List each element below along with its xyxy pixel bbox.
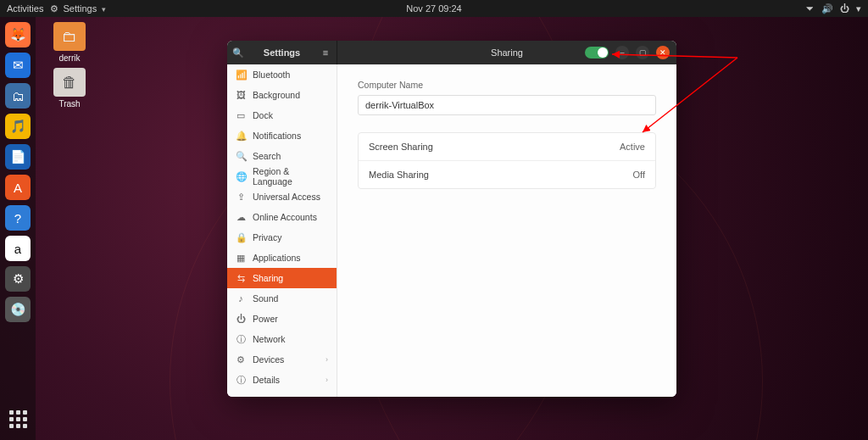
sharing-options-list: Screen SharingActiveMedia SharingOff (358, 132, 656, 189)
sidebar-item-sound[interactable]: ♪Sound (227, 288, 337, 309)
trash-icon: 🗑 (53, 68, 86, 97)
system-menu-chevron-icon[interactable]: ▾ (856, 3, 861, 14)
sidebar-item-label: Power (253, 314, 278, 324)
sound-icon: ♪ (236, 293, 246, 304)
sidebar-item-label: Privacy (253, 232, 281, 242)
sidebar-item-label: Region & Language (253, 166, 328, 187)
hamburger-icon: ≡ (323, 47, 328, 58)
sharing-row-media-sharing[interactable]: Media SharingOff (359, 160, 655, 188)
launcher-dock: 🦊 ✉ 🗂 🎵 📄 A ? a ⚙ 💿 (0, 17, 36, 440)
sidebar-item-label: Sharing (253, 273, 283, 283)
clock[interactable]: Nov 27 09:24 (406, 3, 461, 14)
sidebar-item-universal-access[interactable]: ⇪Universal Access (227, 187, 337, 207)
dock-disc-icon[interactable]: 💿 (5, 297, 31, 322)
sidebar-item-power[interactable]: ⏻Power (227, 309, 337, 329)
computer-name-label: Computer Name (358, 80, 656, 90)
privacy-icon: 🔒 (236, 232, 246, 243)
dock-rhythmbox-icon[interactable]: 🎵 (5, 114, 31, 139)
page-title: Sharing (491, 47, 523, 58)
sidebar-item-online-accounts[interactable]: ☁Online Accounts (227, 207, 337, 227)
desktop-home-label: derrik (44, 53, 95, 63)
sidebar-title: Settings (249, 47, 314, 58)
hamburger-menu-button[interactable]: ≡ (314, 41, 337, 64)
window-titlebar: 🔍 Settings ≡ Sharing – ▢ ✕ (227, 41, 676, 64)
gear-icon: ⚙ (50, 3, 60, 14)
applications-icon: ▦ (236, 253, 246, 264)
minimize-button[interactable]: – (615, 46, 629, 59)
sidebar-item-network[interactable]: ⓘNetwork (227, 329, 337, 349)
sidebar-item-region-language[interactable]: 🌐Region & Language (227, 166, 337, 187)
volume-icon[interactable]: 🔊 (821, 3, 833, 14)
settings-content: Computer Name Screen SharingActiveMedia … (337, 64, 676, 397)
sidebar-item-label: Bluetooth (253, 70, 290, 80)
sharing-row-status: Off (633, 170, 645, 180)
dock-amazon-icon[interactable]: a (5, 236, 31, 261)
sidebar-item-details[interactable]: ⓘDetails› (227, 370, 337, 390)
network-icon: ⓘ (236, 333, 246, 346)
sidebar-item-label: Applications (253, 253, 301, 263)
sidebar-item-label: Network (253, 334, 286, 344)
search-button[interactable]: 🔍 (227, 41, 249, 64)
power-icon: ⏻ (236, 314, 246, 324)
desktop-trash-label: Trash (44, 99, 95, 109)
sidebar-item-label: Online Accounts (253, 212, 317, 222)
dock-icon: ▭ (236, 110, 246, 121)
universal-access-icon: ⇪ (236, 192, 246, 203)
dock-firefox-icon[interactable]: 🦊 (5, 22, 31, 47)
chevron-right-icon: › (326, 376, 328, 384)
sidebar-item-background[interactable]: 🖼Background (227, 85, 337, 105)
sidebar-item-applications[interactable]: ▦Applications (227, 248, 337, 268)
sidebar-item-label: Dock (253, 110, 273, 120)
details-icon: ⓘ (236, 374, 246, 387)
settings-window: 🔍 Settings ≡ Sharing – ▢ ✕ 📶Bluetooth🖼Ba… (227, 41, 676, 397)
maximize-button[interactable]: ▢ (636, 46, 649, 59)
folder-icon: 🗀 (53, 22, 86, 51)
sidebar-item-dock[interactable]: ▭Dock (227, 105, 337, 125)
desktop-trash[interactable]: 🗑 Trash (44, 68, 95, 109)
sharing-master-toggle[interactable] (585, 47, 609, 58)
devices-icon: ⚙ (236, 354, 246, 365)
power-icon[interactable]: ⏻ (840, 3, 849, 14)
sidebar-item-label: Notifications (253, 131, 301, 141)
desktop-home-folder[interactable]: 🗀 derrik (44, 22, 95, 63)
sidebar-item-sharing[interactable]: ⇆Sharing (227, 268, 337, 288)
dock-help-icon[interactable]: ? (5, 205, 31, 231)
sidebar-item-label: Search (253, 151, 281, 161)
show-applications-button[interactable] (5, 406, 31, 432)
top-panel: Activities ⚙ Settings Nov 27 09:24 ⏷ 🔊 ⏻… (0, 0, 868, 17)
sidebar-item-label: Sound (253, 293, 278, 304)
sidebar-item-label: Devices (253, 354, 284, 365)
sidebar-item-label: Universal Access (253, 192, 320, 202)
apps-grid-icon (9, 410, 27, 428)
settings-sidebar: 📶Bluetooth🖼Background▭Dock🔔Notifications… (227, 64, 337, 397)
background-icon: 🖼 (236, 90, 246, 100)
activities-button[interactable]: Activities (7, 3, 43, 14)
chevron-right-icon: › (326, 355, 328, 364)
online-accounts-icon: ☁ (236, 212, 246, 223)
sharing-row-status: Active (620, 142, 645, 152)
search-icon: 🔍 (236, 151, 246, 162)
sidebar-item-privacy[interactable]: 🔒Privacy (227, 227, 337, 248)
sharing-row-screen-sharing[interactable]: Screen SharingActive (359, 133, 655, 160)
notifications-icon: 🔔 (236, 131, 246, 142)
network-indicator-icon[interactable]: ⏷ (805, 3, 815, 14)
sidebar-item-label: Details (253, 375, 280, 385)
dock-thunderbird-icon[interactable]: ✉ (5, 53, 31, 78)
sidebar-item-bluetooth[interactable]: 📶Bluetooth (227, 64, 337, 85)
sidebar-item-search[interactable]: 🔍Search (227, 146, 337, 166)
dock-settings-icon[interactable]: ⚙ (5, 266, 31, 292)
appmenu-button[interactable]: ⚙ Settings (50, 3, 106, 14)
sidebar-item-label: Background (253, 90, 300, 100)
close-button[interactable]: ✕ (656, 46, 670, 59)
sidebar-item-devices[interactable]: ⚙Devices› (227, 349, 337, 370)
computer-name-input[interactable] (358, 95, 656, 115)
search-icon: 🔍 (232, 47, 244, 58)
dock-software-icon[interactable]: A (5, 175, 31, 200)
appmenu-label: Settings (63, 3, 97, 14)
dock-files-icon[interactable]: 🗂 (5, 83, 31, 109)
region-language-icon: 🌐 (236, 171, 246, 182)
dock-writer-icon[interactable]: 📄 (5, 144, 31, 170)
bluetooth-icon: 📶 (236, 70, 246, 81)
sharing-row-label: Screen Sharing (369, 142, 433, 152)
sidebar-item-notifications[interactable]: 🔔Notifications (227, 125, 337, 146)
